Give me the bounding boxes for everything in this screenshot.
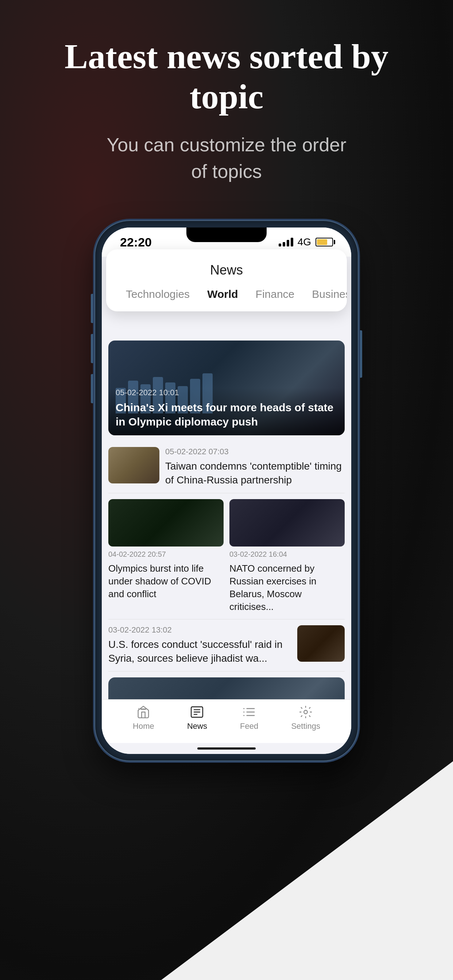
nav-card-title: News (106, 262, 347, 278)
nav-card: News Technologies World Finance Business… (106, 250, 347, 311)
status-right: 4G (279, 236, 333, 248)
article-row-syria-date: 03-02-2022 13:02 (108, 625, 292, 635)
article-row-syria[interactable]: 03-02-2022 13:02 U.S. forces conduct 'su… (108, 619, 345, 671)
article-row-taiwan-thumb (108, 447, 160, 484)
signal-bar-1 (279, 243, 281, 247)
nav-label-news: News (187, 722, 207, 731)
tab-finance[interactable]: Finance (247, 288, 303, 301)
signal-icon (279, 238, 293, 247)
svg-rect-1 (141, 708, 147, 710)
article-row-syria-body: 03-02-2022 13:02 U.S. forces conduct 'su… (108, 625, 292, 665)
volume-down-button (91, 334, 93, 363)
bottom-nav: Home News (102, 699, 351, 743)
article-row-taiwan-date: 05-02-2022 07:03 (165, 447, 345, 457)
background-triangle (161, 761, 453, 980)
nav-item-feed[interactable]: Feed (240, 705, 258, 731)
battery-fill (317, 239, 327, 245)
hero-subtitle: You can customize the order of topics (99, 132, 354, 185)
phone-screen: 22:20 4G News (102, 228, 351, 754)
article-card-nato-thumb (230, 499, 345, 547)
article-row-taiwan-title: Taiwan condemns 'contemptible' timing of… (165, 460, 345, 487)
article-hero-title: China's Xi meets four more heads of stat… (116, 400, 337, 429)
feed-icon (241, 705, 257, 719)
network-label: 4G (298, 236, 311, 248)
hero-title: Latest news sorted by topic (62, 37, 391, 117)
article-row-syria-thumb (297, 625, 345, 662)
settings-icon (297, 705, 314, 719)
article-row-syria-title: U.S. forces conduct 'successful' raid in… (108, 638, 292, 665)
article-hero[interactable]: 05-02-2022 10:01 China's Xi meets four m… (108, 340, 345, 435)
nav-tabs: Technologies World Finance Business S (106, 288, 347, 301)
power-button (360, 330, 362, 378)
battery-icon (316, 238, 333, 247)
article-row-taiwan-body: 05-02-2022 07:03 Taiwan condemns 'contem… (165, 447, 345, 487)
phone-frame: 22:20 4G News (95, 221, 358, 760)
home-icon (135, 705, 152, 719)
tab-business[interactable]: Business (303, 288, 347, 301)
silent-button (91, 374, 93, 403)
home-bar (197, 748, 256, 749)
content-wrapper: Latest news sorted by topic You can cust… (0, 0, 453, 760)
article-card-nato-title: NATO concerned by Russian exercises in B… (230, 562, 345, 613)
signal-bar-4 (291, 238, 293, 247)
nav-label-feed: Feed (240, 722, 258, 731)
volume-up-button (91, 294, 93, 323)
article-hero-date: 05-02-2022 10:01 (116, 388, 337, 398)
news-icon (188, 705, 205, 719)
signal-bar-3 (287, 240, 289, 247)
screen-content: 05-02-2022 10:01 China's Xi meets four m… (102, 267, 351, 699)
nav-item-news[interactable]: News (187, 705, 207, 731)
notch (187, 228, 266, 242)
article-card-olympics-title: Olympics burst into life under shadow of… (108, 562, 223, 600)
nav-label-settings: Settings (291, 722, 320, 731)
article-bottom-image[interactable] (108, 678, 345, 699)
articles-grid: 04-02-2022 20:57 Olympics burst into lif… (108, 493, 345, 619)
nav-item-home[interactable]: Home (133, 705, 154, 731)
article-row-taiwan[interactable]: 05-02-2022 07:03 Taiwan condemns 'contem… (108, 441, 345, 493)
article-card-olympics[interactable]: 04-02-2022 20:57 Olympics burst into lif… (108, 499, 223, 613)
home-indicator (102, 743, 351, 754)
nav-item-settings[interactable]: Settings (291, 705, 320, 731)
status-time: 22:20 (120, 235, 152, 250)
article-card-nato[interactable]: 03-02-2022 16:04 NATO concerned by Russi… (230, 499, 345, 613)
signal-bar-2 (283, 242, 285, 247)
article-hero-meta: 05-02-2022 10:01 China's Xi meets four m… (108, 381, 345, 435)
nav-label-home: Home (133, 722, 154, 731)
article-card-olympics-thumb (108, 499, 223, 547)
articles-list: 05-02-2022 10:01 China's Xi meets four m… (102, 267, 351, 699)
tab-technologies[interactable]: Technologies (117, 288, 198, 301)
svg-point-12 (304, 710, 308, 714)
article-card-olympics-date: 04-02-2022 20:57 (108, 550, 223, 558)
tab-world[interactable]: World (198, 288, 247, 301)
article-card-nato-date: 03-02-2022 16:04 (230, 550, 345, 558)
